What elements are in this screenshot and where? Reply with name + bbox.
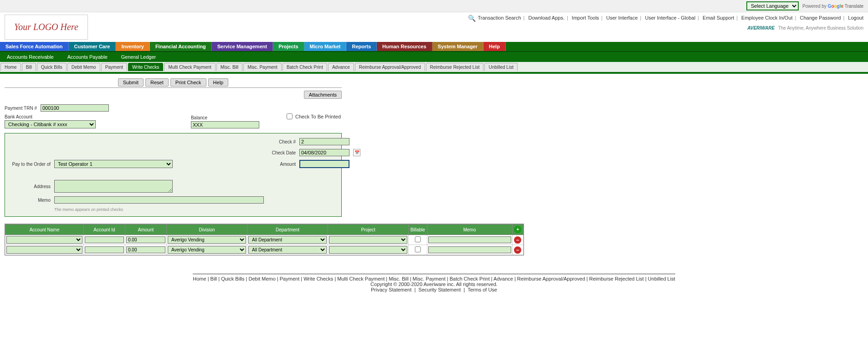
email-support-link[interactable]: Email Support [703, 15, 734, 20]
privacy-statement-link[interactable]: Privacy Statement [371, 287, 411, 292]
line-items-grid: Account Name Account Id Amount Division … [5, 224, 524, 256]
pill-debit-memo[interactable]: Debit Memo [67, 63, 100, 71]
row-division-select[interactable]: Averigo Vending [168, 246, 246, 254]
user-interface-link[interactable]: User Interface [606, 15, 638, 20]
tab-projects[interactable]: Projects [273, 42, 304, 51]
tab-financial-accounting[interactable]: Financial Accounting [150, 42, 212, 51]
memo-note: The memo appears on printed checks [54, 207, 264, 212]
col-division: Division [167, 225, 247, 235]
main-nav: Sales Force Automation Customer Care Inv… [0, 42, 868, 52]
payment-trn-label: Payment TRN # [5, 106, 37, 111]
security-statement-link[interactable]: Security Statement [418, 287, 461, 292]
add-row-icon[interactable]: + [514, 226, 521, 233]
tab-micro-market[interactable]: Micro Market [304, 42, 347, 51]
check-panel: Pay to the Order of Test Operator 1 Addr… [5, 133, 342, 217]
col-account-id: Account Id [83, 225, 125, 235]
user-interface-global-link[interactable]: User Interface - Global [645, 15, 696, 20]
terms-of-use-link[interactable]: Terms of Use [467, 287, 497, 292]
pill-misc-payment[interactable]: Misc. Payment [243, 63, 282, 71]
row-amount-input[interactable] [126, 246, 165, 253]
help-button[interactable]: Help [208, 78, 229, 87]
logout-link[interactable]: Logout [848, 15, 863, 20]
balance-input[interactable] [191, 121, 259, 128]
print-check-button[interactable]: Print Check [170, 78, 206, 87]
memo-input[interactable] [54, 196, 264, 204]
col-project: Project [328, 225, 409, 235]
row-account-id-input[interactable] [85, 246, 124, 253]
footer-links[interactable]: Home | Bill | Quick Bills | Debit Memo |… [193, 274, 675, 281]
language-select[interactable]: Select Language [746, 1, 799, 10]
amount-input[interactable] [299, 160, 349, 168]
row-account-name-select[interactable] [6, 236, 82, 244]
memo-label: Memo [10, 198, 51, 203]
row-project-select[interactable] [329, 236, 407, 244]
row-account-name-select[interactable] [6, 246, 82, 254]
col-billable: Billable [409, 225, 427, 235]
address-textarea[interactable] [54, 180, 173, 193]
tab-customer-care[interactable]: Customer Care [69, 42, 116, 51]
submit-button[interactable]: Submit [118, 78, 144, 87]
calendar-icon[interactable]: 📅 [353, 149, 360, 156]
delete-row-icon[interactable]: − [514, 236, 521, 244]
bank-account-select[interactable]: Checking - Citibank # xxxx [5, 120, 96, 128]
subtab-accounts-receivable[interactable]: Accounts Receivable [0, 53, 61, 61]
pill-unbilled-list[interactable]: Unbilled List [484, 63, 517, 71]
payment-trn-input[interactable] [41, 104, 109, 112]
tab-inventory[interactable]: Inventory [116, 42, 150, 51]
pill-write-checks[interactable]: Write Checks [128, 63, 163, 71]
sub-nav-2: Home Bill Quick Bills Debit Memo Payment… [0, 62, 868, 74]
col-amount: Amount [125, 225, 166, 235]
check-to-be-printed-label: Check To Be Printed [295, 114, 341, 119]
address-label: Address [10, 184, 51, 189]
pill-quick-bills[interactable]: Quick Bills [37, 63, 67, 71]
import-tools-link[interactable]: Import Tools [572, 15, 599, 20]
reset-button[interactable]: Reset [145, 78, 169, 87]
attachments-button[interactable]: Attachments [304, 91, 342, 99]
tab-system-manager[interactable]: System Manager [432, 42, 483, 51]
row-billable-checkbox[interactable] [410, 246, 426, 252]
tab-reports[interactable]: Reports [346, 42, 377, 51]
subtab-general-ledger[interactable]: General Ledger [114, 53, 163, 61]
row-billable-checkbox[interactable] [410, 236, 426, 242]
download-apps-link[interactable]: Download Apps. [528, 15, 565, 20]
col-department: Department [247, 225, 328, 235]
logo: Your LOGO Here [5, 15, 88, 40]
row-memo-input[interactable] [428, 236, 511, 243]
balance-label: Balance [191, 115, 207, 120]
tab-human-resources[interactable]: Human Resources [377, 42, 432, 51]
row-division-select[interactable]: Averigo Vending [168, 236, 246, 244]
delete-row-icon[interactable]: − [514, 246, 521, 254]
table-row: Averigo Vending All Department − [5, 245, 524, 255]
tagline: AVERIWARE The Anytime, Anywhere Business… [747, 26, 863, 31]
pill-reimburse-rejected[interactable]: Reimburse Rejected List [426, 63, 484, 71]
row-department-select[interactable]: All Department [248, 246, 327, 254]
row-memo-input[interactable] [428, 246, 511, 253]
check-date-input[interactable] [299, 149, 349, 156]
pill-multi-check-payment[interactable]: Multi Check Payment [164, 63, 215, 71]
pill-reimburse-approval[interactable]: Reimburse Approval/Approved [355, 63, 425, 71]
amount-label: Amount [264, 162, 296, 167]
pill-home[interactable]: Home [0, 63, 21, 71]
check-to-be-printed-checkbox[interactable] [287, 113, 293, 119]
pill-misc-bill[interactable]: Misc. Bill [216, 63, 242, 71]
powered-by-label: Powered by Google Translate [802, 4, 863, 9]
pill-batch-check-print[interactable]: Batch Check Print [282, 63, 327, 71]
pill-advance[interactable]: Advance [328, 63, 354, 71]
pill-bill[interactable]: Bill [22, 63, 36, 71]
employee-clock-link[interactable]: Employee Clock In/Out [741, 15, 793, 20]
tab-sales-force-automation[interactable]: Sales Force Automation [0, 42, 69, 51]
subtab-accounts-payable[interactable]: Accounts Payable [61, 53, 114, 61]
col-account-name: Account Name [5, 225, 84, 235]
transaction-search-link[interactable]: Transaction Search [478, 15, 521, 20]
sub-nav: Accounts Receivable Accounts Payable Gen… [0, 52, 868, 62]
check-num-input[interactable] [299, 138, 349, 145]
row-department-select[interactable]: All Department [248, 236, 327, 244]
row-account-id-input[interactable] [85, 236, 124, 243]
pay-to-order-select[interactable]: Test Operator 1 [54, 160, 173, 168]
tab-help[interactable]: Help [483, 42, 506, 51]
tab-service-management[interactable]: Service Management [212, 42, 273, 51]
row-project-select[interactable] [329, 246, 407, 254]
row-amount-input[interactable] [126, 236, 165, 243]
pill-payment[interactable]: Payment [101, 63, 127, 71]
change-password-link[interactable]: Change Password [800, 15, 841, 20]
